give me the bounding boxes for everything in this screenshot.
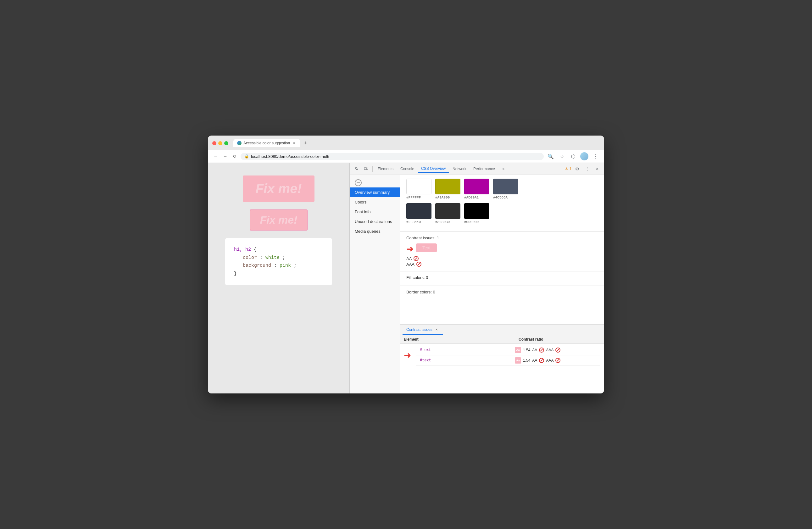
swatch-ad00a1-box[interactable] [464,178,489,195]
no-entry-aaa [416,262,421,267]
colors-section-top: #FFFFFF #ABA800 #AD00A1 [400,175,604,232]
code-value-bg: pink [279,263,291,268]
tab-title: Accessible color suggestion [243,141,290,145]
ci-element-name-1[interactable]: #text [420,358,515,363]
no-entry-icon [355,179,362,186]
active-tab[interactable]: Accessible color suggestion × [233,139,300,147]
new-tab-button[interactable]: + [301,139,310,147]
swatch-303030-label: #303030 [435,220,450,224]
swatch-000000-label: #000000 [464,220,479,224]
swatch-aba800-box[interactable] [435,178,460,195]
security-icon: 🔒 [244,154,249,158]
swatch-ffffff-box[interactable] [406,178,432,195]
minimize-button[interactable] [218,141,222,145]
more-tabs-button[interactable]: » [499,166,508,172]
tab-css-overview[interactable]: CSS Overview [418,165,449,173]
title-bar-top: Accessible color suggestion × + [212,139,600,147]
swatch-2e3440-box[interactable] [406,203,432,219]
main-content: Fix me! Fix me! h1, h2 { color : white ;… [208,163,604,394]
tab-network[interactable]: Network [449,166,469,172]
zoom-button[interactable]: 🔍 [546,152,555,161]
swatch-000000: #000000 [464,203,489,224]
address-input[interactable]: 🔒 localhost:8080/demo/accessible-color-m… [241,153,544,160]
red-arrow-1: ➜ [406,245,414,254]
ci-aa-badge-0: Aa [515,347,521,353]
ci-tab-close[interactable]: × [434,327,439,332]
ci-tab-contrast-issues[interactable]: Contrast issues × [403,325,443,335]
ci-col-ratio-header: Contrast ratio [519,337,600,342]
close-button[interactable] [212,141,216,145]
devtools-panel-split: #FFFFFF #ABA800 #AD00A1 [400,175,604,394]
ci-tab-bar: Contrast issues × [400,325,604,335]
swatch-aba800: #ABA800 [435,178,460,199]
code-line-1: h1, h2 { [234,246,323,254]
devtools-close-button[interactable]: × [593,165,601,173]
devtools-settings-button[interactable]: ⚙ [573,165,581,173]
svg-rect-0 [364,168,367,170]
swatch-ffffff: #FFFFFF [406,178,432,199]
warning-badge: ⚠ 1 [565,167,571,171]
maximize-button[interactable] [224,141,228,145]
devtools-right-controls: ⚠ 1 ⚙ ⋮ × [565,165,601,173]
ci-ratio-value-1: 1.54 [523,358,530,363]
toolbar-separator [372,166,373,172]
contrast-issues-title: Contrast issues: 1 [406,235,598,240]
chrome-menu-button[interactable]: ⋮ [591,152,600,161]
aaa-label: AAA [406,262,415,267]
bookmark-icon: ☆ [560,154,564,159]
tab-close-button[interactable]: × [292,141,296,145]
chrome-menu-icon: ⋮ [593,154,598,159]
device-toolbar-button[interactable] [362,165,371,173]
no-entry-row1-aaa [555,358,561,363]
ci-element-name-0[interactable]: #text [420,348,515,352]
swatch-303030-box[interactable] [435,203,460,219]
tab-console[interactable]: Console [397,166,417,172]
tab-elements[interactable]: Elements [375,166,396,172]
color-swatches-row2: #2E3440 #303030 #000000 [406,203,598,224]
swatch-4c566a-box[interactable] [493,178,518,195]
tab-performance[interactable]: Performance [470,166,498,172]
ci-row-0: #text Aa 1.54 AA AAA [416,345,600,355]
code-box: h1, h2 { color : white ; background : pi… [225,238,332,285]
sidebar-item-media-queries[interactable]: Media queries [350,226,400,236]
sidebar-item-colors[interactable]: Colors [350,197,400,207]
profile-avatar[interactable] [580,152,589,160]
code-selector: h1, h2 [234,247,251,252]
swatch-000000-box[interactable] [464,203,489,219]
inspect-element-button[interactable] [352,165,361,173]
color-swatches-row1: #FFFFFF #ABA800 #AD00A1 [406,178,598,199]
swatch-ffffff-label: #FFFFFF [406,196,421,199]
nav-right-controls: 🔍 ☆ ⬡ ⋮ [546,152,600,161]
close-icon: × [596,166,598,171]
fix-me-text-2: Fix me! [260,214,297,226]
code-property-bg: background [243,263,271,268]
contrast-text-sample[interactable]: Text [416,243,437,252]
ci-tab-label: Contrast issues [406,327,432,332]
browser-window: Accessible color suggestion × + ← → ↻ 🔒 … [208,135,604,394]
ci-aa-label-0: AA [532,348,537,352]
code-colon-2: : [274,263,279,268]
bookmark-button[interactable]: ☆ [557,152,566,161]
refresh-button[interactable]: ↻ [231,153,238,160]
forward-icon: → [223,154,227,159]
fix-me-box-1: Fix me! [243,175,314,202]
fill-colors-section: Fill colors: 0 [400,271,604,286]
ci-rows-with-arrow: ➜ #text Aa 1.54 AA [400,345,604,366]
sidebar-item-font-info[interactable]: Font info [350,207,400,217]
red-arrow-2: ➜ [404,351,411,360]
devtools-toolbar: Elements Console CSS Overview Network Pe… [350,163,604,175]
back-button[interactable]: ← [212,153,219,160]
fix-me-box-2: Fix me! [250,210,307,230]
code-value-color: white [265,255,279,260]
sidebar-item-overview[interactable]: Overview summary [350,187,400,197]
ci-aa-badge-1: Aa [515,357,521,363]
sidebar-item-unused-declarations[interactable]: Unused declarations [350,217,400,226]
code-property-color: color [243,255,257,260]
forward-button[interactable]: → [222,153,229,160]
address-bar: ← → ↻ 🔒 localhost:8080/demo/accessible-c… [208,150,604,163]
no-entry-row0-aaa [555,347,561,353]
devtools-more-button[interactable]: ⋮ [583,165,592,173]
extension-button[interactable]: ⬡ [569,152,578,161]
tab-favicon [237,141,242,145]
zoom-icon: 🔍 [548,154,554,159]
